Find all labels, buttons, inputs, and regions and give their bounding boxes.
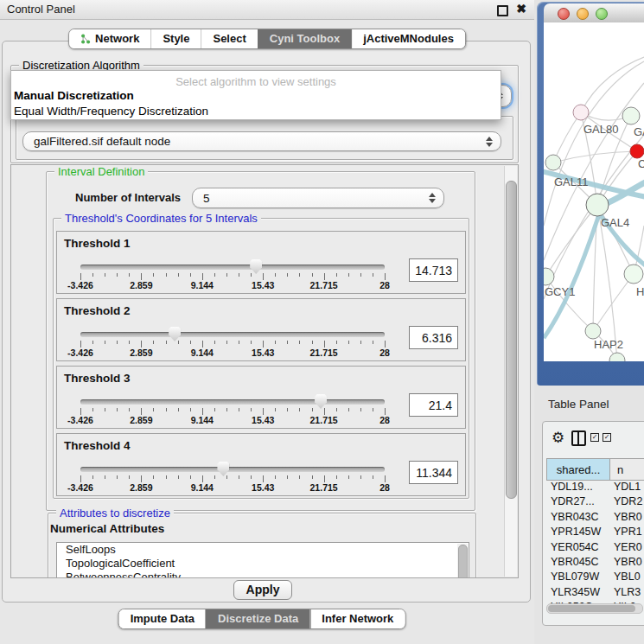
apply-button[interactable]: Apply xyxy=(233,580,292,600)
settings-scroll-panel: Interval Definition Number of Intervals … xyxy=(10,164,519,578)
attribute-list-item[interactable]: BetweennessCentrality xyxy=(57,571,469,578)
attributes-scrollbar[interactable] xyxy=(457,544,468,578)
tab-select[interactable]: Select xyxy=(201,29,257,48)
algorithm-dropdown-popup: Select algorithm to view settings Manual… xyxy=(10,70,501,120)
combo-arrows-icon xyxy=(429,193,436,203)
network-window-titlebar[interactable] xyxy=(544,3,644,23)
num-intervals-combo[interactable]: 5 xyxy=(192,188,444,208)
table-row[interactable]: YBR043CYBR0 xyxy=(546,511,644,526)
numerical-attributes-list[interactable]: SelfLoopsTopologicalCoefficientBetweenne… xyxy=(56,542,469,578)
table-horizontal-scrollbar[interactable] xyxy=(546,603,643,614)
network-node-gcy1[interactable] xyxy=(544,268,554,285)
float-window-icon[interactable] xyxy=(497,5,508,16)
tab-cyni-toolbox[interactable]: Cyni Toolbox xyxy=(258,29,351,48)
table-row[interactable]: YBL079WYBL0 xyxy=(546,571,644,585)
network-node-ga[interactable] xyxy=(622,107,640,124)
node-label: C xyxy=(638,157,644,170)
column-header-shared-name[interactable]: shared... xyxy=(546,458,610,481)
cell-name: YPR1 xyxy=(610,526,644,540)
column-header-name[interactable]: n xyxy=(610,458,644,481)
slider-scale-labels: -3.4262.8599.14415.4321.71528 xyxy=(80,482,385,493)
tab-label: Select xyxy=(213,32,245,45)
checkbox-icon[interactable]: ✓ xyxy=(603,433,611,442)
threshold-value-field[interactable]: 14.713 xyxy=(409,258,458,282)
slider-thumb[interactable] xyxy=(217,462,229,476)
threshold-label: Threshold 4 xyxy=(64,439,131,452)
cell-name: YBL0 xyxy=(610,571,644,585)
tab-label: Discretize Data xyxy=(218,612,298,625)
gear-icon[interactable]: ⚙ xyxy=(552,429,564,447)
popup-option-equal-width[interactable]: Equal Width/Frequency Discretization xyxy=(11,104,501,119)
tab-jactivemnodules[interactable]: jActiveMNodules xyxy=(351,29,465,48)
network-icon xyxy=(80,34,91,44)
network-canvas[interactable]: GAL80GACGAL11GAL4GCY1HHAP2 xyxy=(544,22,644,361)
network-node-c[interactable] xyxy=(630,144,644,158)
threshold-block: Threshold 2-3.4262.8599.14415.4321.71528… xyxy=(56,298,466,361)
network-node-gal4[interactable] xyxy=(586,194,609,216)
combo-arrows-icon xyxy=(486,137,493,147)
cell-shared-name: YLR345W xyxy=(546,586,610,601)
attribute-list-item[interactable]: TopologicalCoefficient xyxy=(57,557,469,571)
table-toolbar: ⚙ ✓ ✓ xyxy=(543,427,644,451)
network-graph: GAL80GACGAL11GAL4GCY1HHAP2 xyxy=(544,22,644,361)
node-label: GA xyxy=(634,125,644,138)
num-intervals-label: Number of Intervals xyxy=(75,191,181,204)
cell-name: YBR0 xyxy=(610,556,644,571)
tab-discretize-data[interactable]: Discretize Data xyxy=(206,609,309,628)
slider-track[interactable] xyxy=(80,467,385,472)
popup-prompt: Select algorithm to view settings xyxy=(11,75,501,88)
table-rows: YDL19...YDL1YDR27...YDR2YBR043CYBR0YPR14… xyxy=(546,481,644,603)
network-node-hap2[interactable] xyxy=(585,323,601,339)
table-row[interactable]: YLR345WYLR3 xyxy=(546,586,644,601)
zoom-traffic-light-icon[interactable] xyxy=(596,8,608,20)
network-node-gal80[interactable] xyxy=(573,105,589,120)
threshold-value-field[interactable]: 11.344 xyxy=(409,461,458,484)
cell-shared-name: YBR045C xyxy=(546,556,610,571)
tab-network[interactable]: Network xyxy=(69,29,150,48)
table-row[interactable]: YDR27...YDR2 xyxy=(546,495,644,510)
threshold-block: Threshold 3-3.4262.8599.14415.4321.71528… xyxy=(56,366,466,429)
table-row[interactable]: YDL19...YDL1 xyxy=(546,481,644,495)
settings-vertical-scrollbar[interactable] xyxy=(504,166,517,577)
tab-label: Infer Network xyxy=(322,612,393,625)
threshold-block: Threshold 1-3.4262.8599.14415.4321.71528… xyxy=(56,231,466,294)
node-label: GAL11 xyxy=(554,175,589,188)
network-node-labels: GAL80GACGAL11GAL4GCY1HHAP2 xyxy=(545,123,644,351)
slider-thumb[interactable] xyxy=(169,327,181,341)
network-node-gal11[interactable] xyxy=(545,155,561,170)
columns-icon[interactable] xyxy=(571,430,586,446)
popup-option-manual[interactable]: Manual Discretization xyxy=(11,88,501,104)
table-data-combo[interactable]: galFiltered.sif default node xyxy=(22,131,501,151)
checkbox-icon[interactable]: ✓ xyxy=(590,433,599,442)
slider-scale-labels: -3.4262.8599.14415.4321.71528 xyxy=(80,415,385,425)
attribute-list-item[interactable]: SelfLoops xyxy=(57,543,469,557)
group-title: Threshold's Coordinates for 5 Intervals xyxy=(61,212,261,225)
table-row[interactable]: YBR045CYBR0 xyxy=(546,556,644,571)
slider-track[interactable] xyxy=(80,399,385,405)
slider-track[interactable] xyxy=(80,332,385,337)
slider-thumb[interactable] xyxy=(250,259,262,274)
node-label: GAL80 xyxy=(583,123,618,136)
network-view-window: GAL80GACGAL11GAL4GCY1HHAP2 xyxy=(537,2,644,386)
num-intervals-value: 5 xyxy=(203,188,210,207)
table-header-row: shared... n xyxy=(546,458,644,481)
slider-scale-labels: -3.4262.8599.14415.4321.71528 xyxy=(80,348,385,358)
node-label: HAP2 xyxy=(594,338,623,351)
control-panel-titlebar: Control Panel ✖ xyxy=(0,0,534,20)
table-row[interactable]: YPR145WYPR1 xyxy=(546,526,644,540)
tab-label: Network xyxy=(95,32,139,45)
threshold-value-field[interactable]: 21.4 xyxy=(409,393,458,417)
cell-name: YDL1 xyxy=(610,481,644,495)
threshold-value-field[interactable]: 6.316 xyxy=(409,326,458,349)
tab-infer-network[interactable]: Infer Network xyxy=(309,609,405,628)
tab-impute-data[interactable]: Impute Data xyxy=(119,609,206,628)
close-icon[interactable]: ✖ xyxy=(516,2,526,16)
slider-track[interactable] xyxy=(80,265,385,270)
table-row[interactable]: YER054CYER0 xyxy=(546,541,644,556)
minimize-traffic-light-icon[interactable] xyxy=(577,8,589,20)
tab-style[interactable]: Style xyxy=(150,29,201,48)
network-node-h[interactable] xyxy=(624,265,643,284)
close-traffic-light-icon[interactable] xyxy=(558,8,570,20)
slider-thumb[interactable] xyxy=(315,394,327,409)
network-node[interactable] xyxy=(609,353,625,361)
